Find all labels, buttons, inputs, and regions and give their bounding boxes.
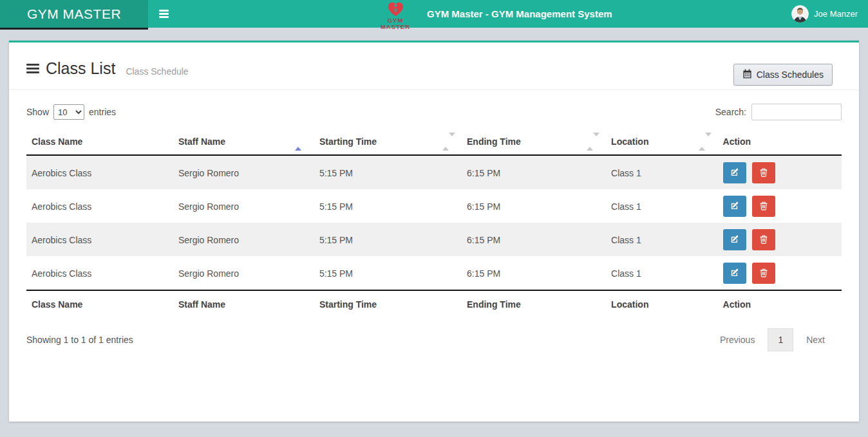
cell-starting-time: 5:15 PM — [314, 223, 462, 256]
footer-column-header-starting-time: Starting Time — [314, 290, 462, 318]
app-title: GYM Master - GYM Management System — [427, 0, 612, 28]
column-label: Location — [611, 136, 648, 147]
edit-button[interactable] — [723, 263, 746, 284]
brand-label: GYM MASTER — [27, 6, 121, 22]
action-cell — [718, 155, 842, 189]
page-length-select[interactable]: 10 — [53, 104, 84, 120]
user-menu[interactable]: Joe Manzer — [789, 0, 860, 28]
cell-starting-time: 5:15 PM — [314, 189, 462, 223]
delete-button[interactable] — [752, 229, 775, 250]
cell-class-name: Aerobics Class — [26, 189, 173, 223]
app-logo: GYM MASTER — [372, 1, 419, 30]
page-title: Class List — [46, 59, 115, 78]
column-header-location[interactable]: Location — [606, 129, 717, 155]
class-list-card: Class List Class Schedule Class Schedule… — [9, 41, 859, 422]
sort-icon — [587, 136, 593, 147]
table-header-row: Class NameStaff NameStarting TimeEnding … — [26, 129, 842, 155]
cell-ending-time: 6:15 PM — [462, 155, 606, 189]
column-label: Staff Name — [178, 136, 225, 147]
next-page-button[interactable]: Next — [798, 329, 833, 351]
edit-icon — [730, 201, 739, 212]
table-footer-row: Class NameStaff NameStarting TimeEnding … — [26, 290, 842, 318]
cell-staff-name: Sergio Romero — [173, 223, 314, 256]
logo-caption: GYM MASTER — [372, 17, 419, 30]
column-header-staff-name[interactable]: Staff Name — [173, 129, 314, 155]
trash-icon — [759, 167, 768, 179]
footer-column-header-ending-time: Ending Time — [462, 290, 606, 318]
cell-location: Class 1 — [606, 155, 717, 189]
class-table: Class NameStaff NameStarting TimeEnding … — [26, 129, 842, 318]
cell-staff-name: Sergio Romero — [173, 189, 314, 223]
delete-button[interactable] — [752, 162, 775, 183]
action-cell — [718, 189, 842, 223]
column-header-starting-time[interactable]: Starting Time — [314, 129, 462, 155]
calendar-icon — [742, 69, 752, 80]
edit-button[interactable] — [723, 229, 746, 250]
cell-ending-time: 6:15 PM — [462, 189, 606, 223]
sort-icon — [442, 136, 449, 147]
pagination: Previous 1 Next — [712, 328, 833, 351]
edit-icon — [730, 268, 739, 279]
entries-label: entries — [89, 107, 116, 117]
trash-icon — [759, 201, 768, 212]
column-header-ending-time[interactable]: Ending Time — [462, 129, 606, 155]
page-subtitle: Class Schedule — [126, 61, 188, 77]
footer-column-header-class-name: Class Name — [26, 290, 173, 318]
user-avatar — [791, 5, 809, 23]
trash-icon — [759, 234, 768, 246]
show-label: Show — [26, 107, 49, 117]
user-name: Joe Manzer — [814, 9, 858, 19]
delete-button[interactable] — [752, 196, 775, 217]
sort-icon — [699, 136, 705, 147]
cell-starting-time: 5:15 PM — [314, 256, 462, 290]
edit-icon — [730, 234, 739, 246]
cell-staff-name: Sergio Romero — [173, 256, 314, 290]
edit-button[interactable] — [723, 196, 746, 217]
column-label: Action — [723, 136, 751, 147]
search-control: Search: — [715, 104, 842, 120]
cell-class-name: Aerobics Class — [26, 155, 173, 189]
cell-staff-name: Sergio Romero — [173, 155, 314, 189]
page-length-control: Show 10 entries — [26, 104, 116, 120]
table-footer: Showing 1 to 1 of 1 entries Previous 1 N… — [9, 318, 859, 362]
table-row: Aerobics ClassSergio Romero5:15 PM6:15 P… — [26, 223, 842, 256]
action-cell — [718, 223, 842, 256]
footer-column-header-location: Location — [606, 290, 717, 318]
table-body: Aerobics ClassSergio Romero5:15 PM6:15 P… — [26, 155, 842, 290]
top-navbar: GYM MASTER GYM MASTER GYM Master - GYM M… — [0, 0, 868, 28]
box-header: Class List Class Schedule Class Schedule… — [9, 42, 859, 90]
table-row: Aerobics ClassSergio Romero5:15 PM6:15 P… — [26, 189, 842, 223]
entries-info: Showing 1 to 1 of 1 entries — [26, 335, 133, 345]
cell-location: Class 1 — [606, 189, 717, 223]
hamburger-icon — [159, 8, 169, 20]
footer-column-header-staff-name: Staff Name — [173, 290, 314, 318]
cell-ending-time: 6:15 PM — [462, 223, 606, 256]
cell-ending-time: 6:15 PM — [462, 256, 606, 290]
current-page-button[interactable]: 1 — [768, 328, 793, 351]
table-controls: Show 10 entries Search: — [9, 90, 859, 129]
class-schedules-button[interactable]: Class Schedules — [733, 64, 833, 86]
column-label: Class Name — [32, 136, 82, 147]
cell-location: Class 1 — [606, 223, 717, 256]
list-icon — [26, 62, 39, 76]
class-schedules-button-label: Class Schedules — [757, 70, 824, 80]
cell-class-name: Aerobics Class — [26, 256, 173, 290]
table-row: Aerobics ClassSergio Romero5:15 PM6:15 P… — [26, 256, 842, 290]
table-row: Aerobics ClassSergio Romero5:15 PM6:15 P… — [26, 155, 842, 189]
cell-location: Class 1 — [606, 256, 717, 290]
edit-button[interactable] — [723, 162, 746, 183]
action-cell — [718, 256, 842, 290]
sort-asc-icon — [295, 136, 301, 147]
cell-class-name: Aerobics Class — [26, 223, 173, 256]
column-header-action: Action — [718, 129, 842, 155]
column-label: Starting Time — [319, 136, 377, 147]
brand-link[interactable]: GYM MASTER — [0, 0, 148, 28]
edit-icon — [730, 167, 739, 179]
column-header-class-name: Class Name — [26, 129, 173, 155]
column-label: Ending Time — [467, 136, 521, 147]
sidebar-toggle-button[interactable] — [148, 0, 179, 28]
search-input[interactable] — [751, 104, 842, 120]
search-label: Search: — [715, 107, 746, 117]
delete-button[interactable] — [752, 263, 775, 284]
previous-page-button[interactable]: Previous — [712, 329, 762, 351]
